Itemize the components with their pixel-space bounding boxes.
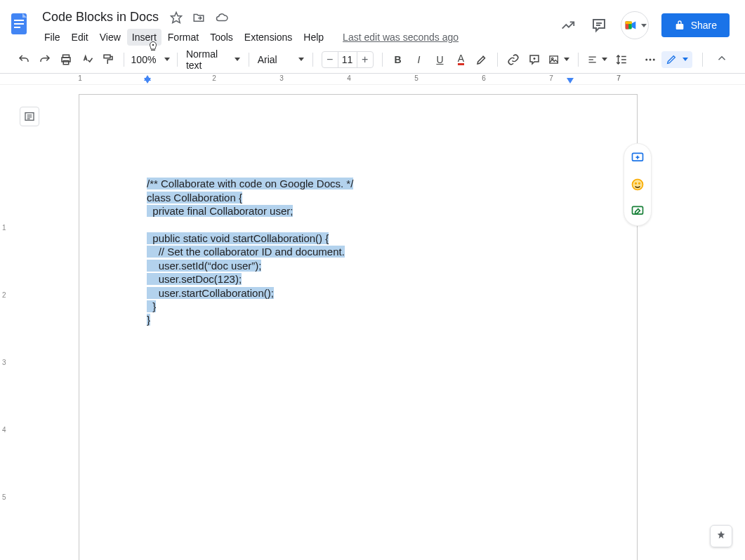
svg-point-41 — [639, 183, 640, 185]
menu-extensions[interactable]: Extensions — [239, 29, 297, 46]
svg-rect-20 — [550, 55, 558, 62]
text-color-button[interactable]: A — [451, 50, 470, 69]
font-select[interactable]: Arial — [255, 50, 307, 69]
ruler-left-indent[interactable] — [144, 78, 151, 84]
ruler-mark: 6 — [482, 74, 486, 82]
star-icon[interactable] — [170, 11, 183, 24]
menu-file[interactable]: File — [39, 29, 65, 46]
add-comment-side-button[interactable] — [631, 151, 645, 165]
svg-point-29 — [645, 58, 647, 60]
ruler-mark: 3 — [279, 74, 284, 82]
add-comment-button[interactable] — [525, 50, 544, 69]
paint-format-button[interactable] — [98, 50, 118, 69]
svg-rect-17 — [104, 55, 110, 58]
suggest-edit-side-button[interactable] — [631, 204, 645, 218]
bold-button[interactable]: B — [388, 50, 407, 69]
share-label: Share — [691, 20, 717, 31]
last-edit[interactable]: Last edit was seconds ago — [343, 29, 459, 46]
insert-image-button[interactable] — [546, 50, 572, 69]
explore-button[interactable] — [710, 525, 732, 547]
line-spacing-button[interactable] — [612, 50, 631, 69]
activity-icon[interactable] — [559, 16, 577, 34]
selected-code-block[interactable]: /** Collaborate with code on Google Docs… — [147, 164, 353, 340]
toolbar: 100% Normal text Arial − 11 + B I U A — [0, 46, 745, 74]
ruler-mark: 7 — [549, 74, 553, 82]
font-size-decrease[interactable]: − — [322, 53, 338, 66]
undo-button[interactable] — [14, 50, 34, 69]
editing-mode-button[interactable] — [661, 51, 692, 68]
svg-rect-9 — [625, 22, 631, 25]
redo-button[interactable] — [35, 50, 55, 69]
svg-marker-4 — [171, 12, 182, 22]
paragraph-style-select[interactable]: Normal text — [183, 50, 243, 69]
docs-logo[interactable] — [6, 10, 34, 38]
font-size-control[interactable]: − 11 + — [322, 51, 374, 68]
zoom-select[interactable]: 100% — [130, 50, 171, 69]
spellcheck-button[interactable] — [77, 50, 97, 69]
svg-point-39 — [633, 180, 643, 190]
highlight-button[interactable] — [472, 50, 492, 69]
menu-help[interactable]: Help — [298, 29, 329, 46]
menu-edit[interactable]: Edit — [67, 29, 93, 46]
svg-rect-3 — [14, 27, 20, 28]
font-size-value[interactable]: 11 — [338, 52, 357, 67]
ruler-mark: 1 — [78, 74, 82, 82]
vertical-ruler[interactable]: 1 2 3 4 5 — [0, 87, 13, 560]
doc-title[interactable]: Code Blocks in Docs — [39, 8, 161, 26]
move-icon[interactable] — [192, 11, 205, 24]
underline-button[interactable]: U — [430, 50, 449, 69]
side-comment-tools — [624, 143, 652, 226]
menu-insert[interactable]: Insert — [127, 29, 161, 46]
svg-marker-10 — [631, 22, 635, 29]
ruler-right-indent[interactable] — [567, 78, 574, 84]
horizontal-ruler[interactable]: 1 2 3 4 5 6 7 7 7 — [0, 74, 745, 85]
svg-rect-1 — [14, 20, 24, 21]
font-size-increase[interactable]: + — [357, 53, 373, 66]
ruler-mark: 4 — [347, 74, 351, 82]
align-button[interactable] — [584, 50, 610, 69]
share-button[interactable]: Share — [661, 13, 730, 37]
svg-rect-2 — [14, 23, 24, 25]
ruler-mark: 5 — [414, 74, 418, 82]
italic-button[interactable]: I — [409, 50, 428, 69]
menu-view[interactable]: View — [95, 29, 126, 46]
menu-tools[interactable]: Tools — [205, 29, 238, 46]
cloud-icon[interactable] — [215, 11, 229, 24]
outline-toggle-button[interactable] — [20, 107, 39, 126]
meet-icon[interactable] — [621, 11, 649, 39]
menu-format[interactable]: Format — [163, 29, 204, 46]
add-emoji-side-button[interactable] — [631, 178, 645, 192]
comments-icon[interactable] — [590, 16, 608, 34]
print-button[interactable] — [56, 50, 76, 69]
ruler-mark: 2 — [212, 74, 216, 82]
more-button[interactable] — [640, 50, 660, 69]
svg-point-40 — [635, 183, 637, 185]
collapse-icon[interactable] — [713, 49, 731, 70]
svg-point-31 — [653, 58, 655, 60]
link-button[interactable] — [503, 50, 523, 69]
svg-point-30 — [650, 58, 652, 60]
document-page[interactable]: /** Collaborate with code on Google Docs… — [79, 94, 638, 560]
